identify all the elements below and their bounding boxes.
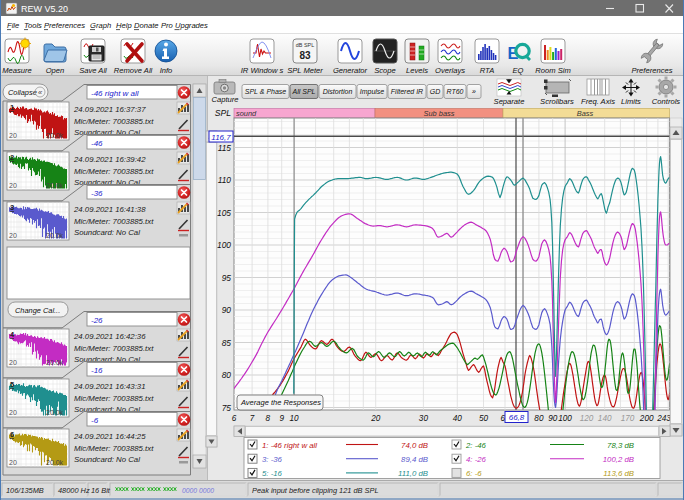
svg-text:Graph: Graph (90, 21, 111, 30)
svg-text:80: 80 (534, 414, 544, 423)
svg-text:Generator: Generator (333, 66, 368, 75)
svg-text:9: 9 (279, 414, 284, 423)
svg-text:Measure: Measure (2, 66, 32, 75)
svg-text:GD: GD (430, 88, 441, 95)
svg-text:170: 170 (621, 414, 635, 423)
svg-text:-46: -46 (91, 139, 103, 148)
svg-text:111,0 dB: 111,0 dB (398, 469, 428, 478)
svg-text:Soundcard: No Cal: Soundcard: No Cal (74, 455, 140, 464)
svg-text:20.0k: 20.0k (46, 409, 64, 416)
svg-text:Scope: Scope (374, 66, 396, 75)
svg-text:1: 1 (10, 103, 14, 112)
svg-text:7: 7 (250, 414, 255, 423)
svg-text:105: 105 (217, 208, 231, 218)
svg-text:24.09.2021 16:44:25: 24.09.2021 16:44:25 (73, 432, 146, 441)
svg-text:100: 100 (217, 240, 231, 250)
svg-text:16 Bit: 16 Bit (91, 486, 111, 495)
svg-text:-36: -36 (91, 189, 103, 198)
svg-text:Peak input before clipping 121: Peak input before clipping 121 dB SPL (252, 486, 379, 495)
svg-text:Change Cal...: Change Cal... (15, 306, 60, 315)
svg-text:File: File (7, 21, 19, 30)
svg-text:90: 90 (548, 414, 558, 423)
svg-text:-6: -6 (91, 416, 99, 425)
svg-text:SPL: SPL (215, 108, 231, 118)
svg-text:85: 85 (222, 338, 232, 348)
svg-text:200: 200 (639, 414, 654, 423)
svg-text:Controls: Controls (652, 97, 680, 106)
svg-text:Freq. Axis: Freq. Axis (581, 97, 615, 106)
svg-text:Average the Responses: Average the Responses (240, 398, 321, 407)
svg-text:SPL & Phase: SPL & Phase (245, 88, 287, 95)
svg-text:All SPL: All SPL (292, 88, 316, 95)
svg-text:Levels: Levels (406, 66, 428, 75)
svg-text:6: -6: 6: -6 (466, 469, 482, 478)
svg-text:Limits: Limits (621, 97, 641, 106)
svg-text:116,7: 116,7 (211, 133, 231, 142)
svg-text:50: 50 (479, 414, 489, 423)
svg-text:Bass: Bass (577, 109, 594, 118)
svg-text:1: -46 right w all: 1: -46 right w all (262, 441, 317, 450)
svg-text:Donate: Donate (134, 21, 159, 30)
svg-text:95: 95 (222, 273, 232, 283)
svg-text:IR Window s: IR Window s (241, 66, 284, 75)
svg-text:8: 8 (266, 414, 271, 423)
svg-text:2: 2 (10, 153, 14, 162)
svg-text:REW V5.20: REW V5.20 (21, 4, 68, 14)
svg-text:89,4 dB: 89,4 dB (401, 455, 428, 464)
svg-text:Impulse: Impulse (360, 88, 385, 96)
svg-text:66,8: 66,8 (509, 413, 525, 422)
svg-text:20.0k: 20.0k (46, 359, 64, 366)
svg-text:115: 115 (218, 143, 232, 153)
svg-text:EQ: EQ (513, 66, 524, 75)
svg-text:Mic/Meter: 7003885.txt: Mic/Meter: 7003885.txt (74, 394, 154, 403)
svg-text:sound: sound (236, 109, 257, 118)
svg-text:24.09.2021 16:39:42: 24.09.2021 16:39:42 (73, 155, 146, 164)
svg-text:20: 20 (9, 132, 17, 139)
svg-text:Help: Help (116, 21, 132, 30)
svg-text:»: » (472, 88, 476, 95)
svg-text:40: 40 (453, 414, 463, 423)
svg-text:83: 83 (299, 50, 311, 61)
svg-text:24.09.2021 16:42:36: 24.09.2021 16:42:36 (73, 332, 146, 341)
svg-text:RT60: RT60 (447, 88, 464, 95)
svg-text:20: 20 (9, 232, 17, 239)
svg-text:Scrollbars: Scrollbars (540, 97, 574, 106)
svg-text:120: 120 (580, 414, 594, 423)
svg-text:20: 20 (9, 409, 17, 416)
svg-text:-16: -16 (91, 366, 103, 375)
svg-text:113,6 dB: 113,6 dB (603, 469, 634, 478)
svg-text:Distortion: Distortion (323, 88, 353, 95)
svg-text:90: 90 (222, 305, 232, 315)
svg-text:Room Sim: Room Sim (535, 66, 570, 75)
svg-text:74,0 dB: 74,0 dB (401, 441, 428, 450)
svg-text:Mic/Meter: 7003885.txt: Mic/Meter: 7003885.txt (74, 217, 154, 226)
svg-text:Mic/Meter: 7003885.txt: Mic/Meter: 7003885.txt (74, 344, 154, 353)
svg-text:78,3 dB: 78,3 dB (607, 441, 634, 450)
svg-text:20: 20 (9, 359, 17, 366)
svg-text:75: 75 (222, 403, 232, 413)
svg-text:20: 20 (9, 459, 17, 466)
svg-text:106/135MB: 106/135MB (6, 486, 44, 495)
svg-text:24.09.2021 16:43:31: 24.09.2021 16:43:31 (73, 382, 146, 391)
svg-text:24.09.2021 16:41:38: 24.09.2021 16:41:38 (73, 205, 146, 214)
svg-text:Save All: Save All (79, 66, 107, 75)
svg-text:Sub bass: Sub bass (424, 109, 455, 118)
svg-text:0000 0000: 0000 0000 (182, 487, 214, 494)
svg-text:-26: -26 (91, 316, 103, 325)
svg-text:Open: Open (46, 66, 65, 75)
svg-text:Mic/Meter: 7003885.txt: Mic/Meter: 7003885.txt (74, 444, 154, 453)
svg-text:48000 Hz: 48000 Hz (58, 486, 90, 495)
svg-text:dB SPL: dB SPL (296, 42, 314, 48)
svg-text:3: 3 (10, 203, 14, 212)
svg-text:20: 20 (370, 414, 381, 423)
svg-text:Mic/Meter: 7003885.txt: Mic/Meter: 7003885.txt (74, 167, 154, 176)
svg-text:20.0k: 20.0k (46, 132, 64, 139)
svg-text:24.09.2021 16:37:37: 24.09.2021 16:37:37 (73, 105, 146, 114)
svg-text:Separate: Separate (494, 97, 525, 106)
svg-text:3: -36: 3: -36 (262, 455, 283, 464)
svg-text:20.0k: 20.0k (46, 232, 64, 239)
svg-text:4: -26: 4: -26 (466, 455, 487, 464)
svg-text:5: 5 (10, 380, 14, 389)
svg-text:Capture: Capture (211, 95, 238, 104)
svg-text:80: 80 (222, 370, 232, 380)
